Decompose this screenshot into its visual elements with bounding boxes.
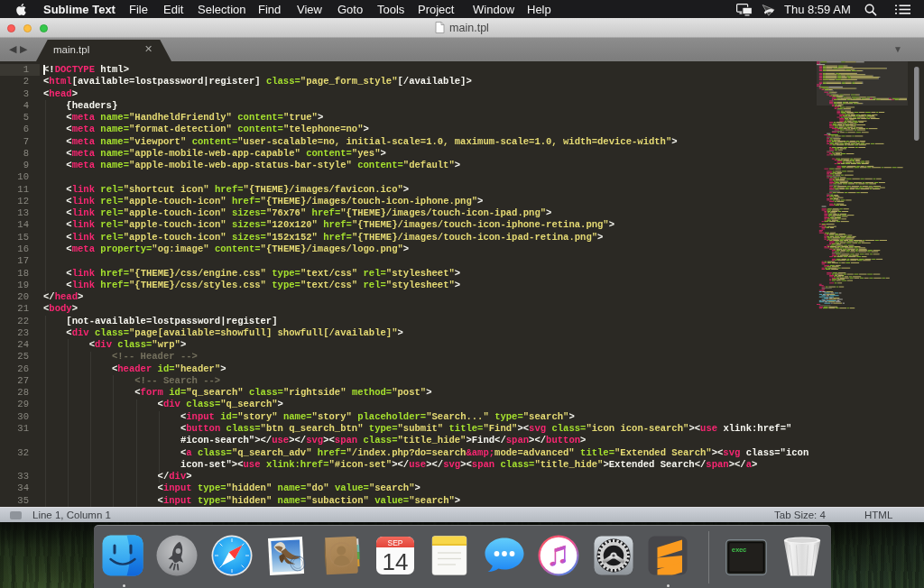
svg-text:14: 14 xyxy=(383,548,409,575)
svg-text:SEP: SEP xyxy=(387,538,402,547)
svg-text:exec: exec xyxy=(732,547,747,554)
